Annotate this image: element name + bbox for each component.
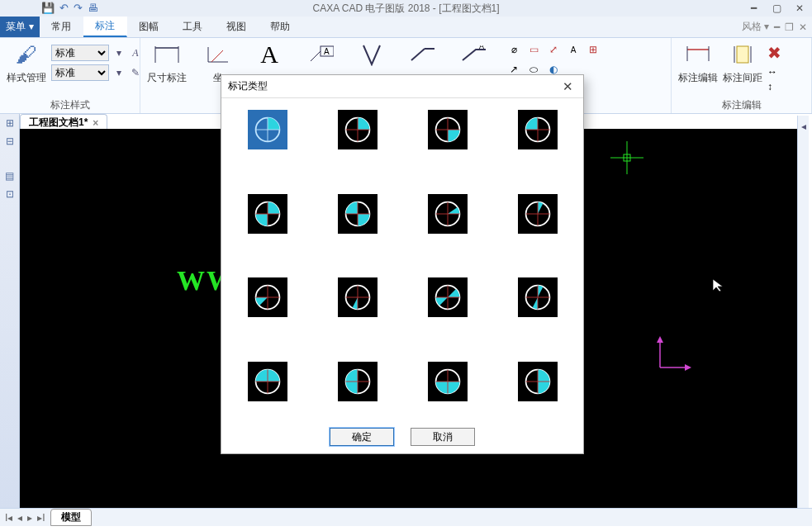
marker-option-4[interactable] xyxy=(248,194,287,234)
panel-icon-2[interactable]: ⊟ xyxy=(6,135,14,147)
style-manage-button[interactable]: 🖌 样式管理 xyxy=(7,41,46,85)
quick-access-toolbar: 💾 ↶ ↷ 🖶 xyxy=(41,2,98,14)
tab-tools[interactable]: 工具 xyxy=(171,17,215,37)
document-tab-close-icon[interactable]: × xyxy=(93,117,98,129)
svg-line-9 xyxy=(411,49,425,60)
qat-redo-icon[interactable]: ↷ xyxy=(74,2,83,14)
dim-align-icon[interactable]: ↕ xyxy=(767,81,781,92)
leader-icon: A xyxy=(461,41,487,68)
left-panel[interactable]: ⊞ ⊟ ▤ ⊡ xyxy=(0,114,20,508)
crosshair-icon xyxy=(610,141,643,177)
title-bar: 💾 ↶ ↷ 🖶 CAXA CAD 电子图版 2018 - [工程图文档1] ━ … xyxy=(0,0,812,17)
maximize-button[interactable]: ▢ xyxy=(768,2,785,14)
tab-view[interactable]: 视图 xyxy=(215,17,259,37)
misc-icon-5[interactable]: ⊞ xyxy=(585,41,601,58)
marker-option-15[interactable] xyxy=(518,362,558,401)
close-button[interactable]: ✕ xyxy=(791,2,808,14)
misc-icon-4[interactable]: A xyxy=(565,41,582,58)
svg-line-5 xyxy=(211,50,223,62)
svg-text:A: A xyxy=(324,47,330,56)
dim-style-combo-2[interactable]: 标准 xyxy=(51,64,109,81)
svg-rect-15 xyxy=(737,46,748,63)
dim-space-button[interactable]: 标注间距 xyxy=(723,41,762,85)
window-min-icon[interactable]: ━ xyxy=(774,21,780,33)
leader-button[interactable]: A xyxy=(454,41,494,68)
document-tab-label: 工程图文档1* xyxy=(29,116,88,130)
dimension-button[interactable]: 尺寸标注 xyxy=(147,41,187,85)
group-label-edit: 标注编辑 xyxy=(678,98,805,111)
marker-option-9[interactable] xyxy=(338,277,378,317)
tab-help[interactable]: 帮助 xyxy=(259,17,302,37)
group-label-style: 标注样式 xyxy=(7,98,133,111)
dim-extend-icon[interactable]: ↔ xyxy=(767,66,781,78)
text-icon: A xyxy=(256,41,283,68)
marker-grid xyxy=(221,98,583,424)
dim-space-icon xyxy=(729,41,756,68)
text-button[interactable]: A xyxy=(249,41,289,68)
svg-marker-24 xyxy=(685,364,691,371)
nav-first-icon[interactable]: I◂ xyxy=(5,512,12,524)
qat-print-icon[interactable]: 🖶 xyxy=(88,2,98,14)
window-close-icon[interactable]: ✕ xyxy=(799,21,807,33)
dialog-title: 标记类型 xyxy=(228,79,558,93)
datum-button[interactable]: A xyxy=(301,41,340,68)
app-title: CAXA CAD 电子图版 2018 - [工程图文档1] xyxy=(312,2,499,16)
tab-frame[interactable]: 图幅 xyxy=(127,17,171,37)
ucs-icon xyxy=(652,334,693,376)
tab-annotate[interactable]: 标注 xyxy=(83,17,127,37)
marker-option-13[interactable] xyxy=(338,362,378,401)
marker-option-2[interactable] xyxy=(428,110,468,149)
marker-option-10[interactable] xyxy=(428,277,468,317)
dim-edit-button[interactable]: 标注编辑 xyxy=(678,41,718,85)
dim-style-combo-1[interactable]: 标准 xyxy=(51,45,109,61)
model-tab[interactable]: 模型 xyxy=(50,509,92,526)
marker-option-0[interactable] xyxy=(248,110,287,149)
window-restore-icon[interactable]: ❐ xyxy=(785,21,794,33)
tab-common[interactable]: 常用 xyxy=(40,17,83,37)
dim-edit-icon xyxy=(685,41,711,68)
app-menu-button[interactable]: 菜单 ▾ xyxy=(0,17,40,37)
menu-bar: 菜单 ▾ 常用 标注 图幅 工具 视图 帮助 风格 ▾ ━ ❐ ✕ xyxy=(0,17,812,38)
panel-icon-4[interactable]: ⊡ xyxy=(6,188,14,200)
nav-next-icon[interactable]: ▸ xyxy=(27,512,32,524)
surface-finish-button[interactable] xyxy=(352,41,392,68)
marker-option-14[interactable] xyxy=(428,362,468,401)
dim-style-arrow2-icon[interactable]: ▾ xyxy=(112,66,126,79)
misc-icon-3[interactable]: ⤢ xyxy=(545,41,562,58)
brush-icon: 🖌 xyxy=(13,41,40,68)
mouse-cursor-icon xyxy=(711,277,726,295)
minimize-button[interactable]: ━ xyxy=(745,2,762,14)
marker-option-7[interactable] xyxy=(518,194,558,234)
side-expand-handle[interactable]: ◂ xyxy=(797,116,809,508)
dialog-close-button[interactable]: ✕ xyxy=(558,78,577,96)
dim-style-arrow-icon[interactable]: ▾ xyxy=(112,46,126,59)
marker-option-6[interactable] xyxy=(428,194,468,234)
weld-button[interactable] xyxy=(403,41,443,68)
misc-icon-1[interactable]: ⌀ xyxy=(506,41,522,58)
panel-icon-1[interactable]: ⊞ xyxy=(6,117,14,129)
marker-option-12[interactable] xyxy=(248,362,287,401)
linear-dim-icon xyxy=(154,41,180,68)
marker-option-1[interactable] xyxy=(338,110,378,149)
svg-marker-22 xyxy=(657,336,663,343)
marker-option-5[interactable] xyxy=(338,194,378,234)
dim-break-icon[interactable]: ✖ xyxy=(767,43,781,63)
dialog-cancel-button[interactable]: 取消 xyxy=(411,428,475,446)
marker-option-11[interactable] xyxy=(518,277,558,317)
misc-icon-2[interactable]: ▭ xyxy=(525,41,542,58)
nav-prev-icon[interactable]: ◂ xyxy=(17,512,22,524)
svg-line-8 xyxy=(311,51,321,61)
marker-option-8[interactable] xyxy=(248,277,287,317)
document-tab[interactable]: 工程图文档1* × xyxy=(20,114,107,130)
marker-option-3[interactable] xyxy=(518,110,558,149)
qat-save-icon[interactable]: 💾 xyxy=(41,2,55,14)
qat-undo-icon[interactable]: ↶ xyxy=(59,2,69,14)
datum-icon: A xyxy=(307,41,334,68)
surface-icon xyxy=(359,41,385,68)
style-dropdown[interactable]: 风格 ▾ xyxy=(742,20,769,34)
panel-icon-3[interactable]: ▤ xyxy=(5,170,14,182)
svg-text:A: A xyxy=(479,45,484,50)
nav-last-icon[interactable]: ▸I xyxy=(37,512,45,524)
dialog-ok-button[interactable]: 确定 xyxy=(330,428,394,446)
marker-type-dialog: 标记类型 ✕ xyxy=(221,74,584,454)
